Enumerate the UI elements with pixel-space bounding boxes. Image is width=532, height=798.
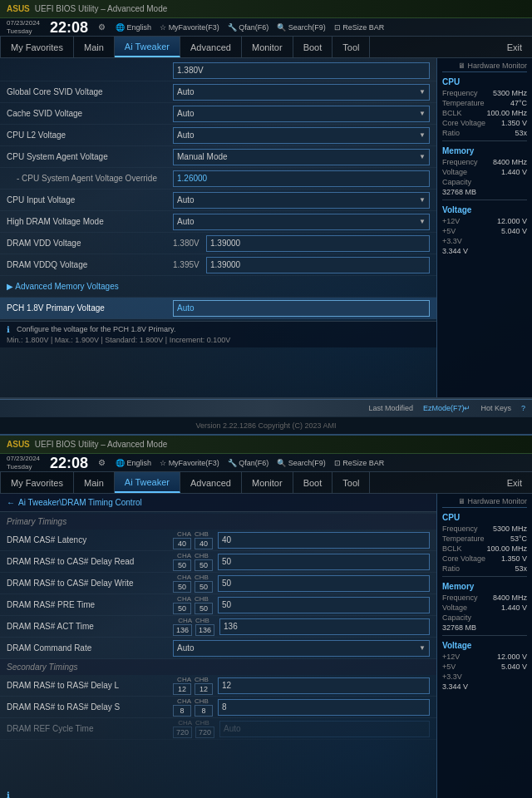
input-ras-ras-l[interactable]: 12 <box>218 677 430 694</box>
row-dram-vdd: DRAM VDD Voltage 1.380V 1.39000 <box>0 233 436 254</box>
info-icon-1: ℹ <box>7 325 10 334</box>
tab-main-2[interactable]: Main <box>74 472 115 493</box>
info-resize-1[interactable]: ⊡ ReSize BAR <box>334 23 385 32</box>
info-search-2[interactable]: 🔍 Search(F9) <box>277 459 326 467</box>
info-icon-2: ℹ <box>7 791 10 798</box>
info-myfav-2[interactable]: ☆ MyFavorite(F3) <box>160 459 219 467</box>
input-ras-cas-read[interactable]: 50 <box>218 554 430 570</box>
settings-area-1: 1.380V Global Core SVID Voltage Auto▼ <box>0 58 436 321</box>
panel-1: ASUS UEFI BIOS Utility – Advanced Mode 0… <box>0 0 532 399</box>
tab-boot-1[interactable]: Boot <box>293 37 333 57</box>
dram-vdd-prefix: 1.380V <box>173 239 203 248</box>
select-cache-svid[interactable]: Auto▼ <box>173 106 430 122</box>
tab-main-1[interactable]: Main <box>74 37 115 57</box>
last-modified-btn[interactable]: Last Modified <box>368 404 413 412</box>
input-ras-cas-write[interactable]: 50 <box>218 575 430 592</box>
row-dram-ref-cycle: DRAM REF Cycle Time CHA CHB 720 720 <box>0 718 436 740</box>
select-global-core-svid[interactable]: Auto▼ <box>173 84 430 101</box>
select-ref-cycle: Auto <box>219 721 430 737</box>
select-dram-cmd-rate[interactable]: Auto▼ <box>173 640 430 657</box>
title-text-2: UEFI BIOS Utility – Advanced Mode <box>35 440 168 449</box>
info-items-1: 🌐 English ☆ MyFavorite(F3) 🔧 Qfan(F6) 🔍 … <box>116 23 384 32</box>
info-bar-1: 07/23/2024 Tuesday 22:08 ⚙ 🌐 English ☆ M… <box>0 18 532 37</box>
row-pch-18v: PCH 1.8V Primary Voltage Auto <box>0 298 436 319</box>
tab-exit-1[interactable]: Exit <box>497 37 532 57</box>
hw-monitor-title-1: 🖥 Hardware Monitor <box>442 62 527 72</box>
select-cpu-l2[interactable]: Auto▼ <box>173 127 430 144</box>
title-bar-2: ASUS UEFI BIOS Utility – Advanced Mode <box>0 436 532 454</box>
tab-boot-2[interactable]: Boot <box>293 472 333 493</box>
desc-text-1: Configure the voltage for the PCH 1.8V P… <box>17 325 175 333</box>
row-cpu-system-agent: CPU System Agent Voltage Manual Mode▼ <box>0 146 436 168</box>
input-dram-cas[interactable]: 40 <box>218 532 430 549</box>
cha-chb-ras-act: CHA CHB 136 136 <box>173 617 214 636</box>
date-day-2: 07/23/2024 Tuesday <box>7 455 40 470</box>
hw-cpu-section-1: CPU <box>442 77 527 86</box>
input-ras-ras-s[interactable]: 8 <box>218 699 430 716</box>
settings-area-2: Primary Timings DRAM CAS# Latency CHA CH… <box>0 512 436 741</box>
section-secondary-timings: Secondary Timings <box>0 659 436 675</box>
tab-monitor-1[interactable]: Monitor <box>242 37 293 57</box>
tab-tool-2[interactable]: Tool <box>332 472 370 493</box>
title-text-1: UEFI BIOS Utility – Advanced Mode <box>35 4 168 13</box>
cha-chb-ras-ras-l: CHA CHB 12 12 <box>173 676 213 695</box>
row-global-core-svid: Global Core SVID Voltage Auto▼ <box>0 81 436 103</box>
input-ras-pre[interactable]: 50 <box>218 597 430 613</box>
asus-logo-2: ASUS <box>7 440 30 449</box>
row-cpu-l2: CPU L2 Voltage Auto▼ <box>0 125 436 146</box>
info-myfav-1[interactable]: ☆ MyFavorite(F3) <box>160 23 219 32</box>
tab-advanced-2[interactable]: Advanced <box>180 472 242 493</box>
info-bar-2: 07/23/2024 Tuesday 22:08 ⚙ 🌐 English ☆ M… <box>0 454 532 472</box>
tab-my-favorites-1[interactable]: My Favorites <box>0 37 74 57</box>
cha-chb-cas: CHA CHB 40 40 <box>173 530 213 549</box>
title-bar-1: ASUS UEFI BIOS Utility – Advanced Mode <box>0 0 532 18</box>
row-first-cutoff: 1.380V <box>0 60 436 81</box>
info-search-1[interactable]: 🔍 Search(F9) <box>277 23 326 32</box>
tab-monitor-2[interactable]: Monitor <box>242 472 293 493</box>
info-qfan-1[interactable]: 🔧 Qfan(F6) <box>228 23 269 32</box>
row-adv-memory-voltages[interactable]: ▶ Advanced Memory Voltages <box>0 276 436 298</box>
cha-chb-ras-pre: CHA CHB 50 50 <box>173 595 213 614</box>
tab-tool-1[interactable]: Tool <box>332 37 370 57</box>
cha-chb-ref-cycle: CHA CHB 720 720 <box>173 719 214 738</box>
row-dram-cas-latency: DRAM CAS# Latency CHA CHB 40 40 40 <box>0 530 436 551</box>
tab-advanced-1[interactable]: Advanced <box>180 37 242 57</box>
select-high-dram-voltage-mode[interactable]: Auto▼ <box>173 214 430 230</box>
input-dram-vddq[interactable]: 1.39000 <box>206 257 430 273</box>
back-arrow-icon[interactable]: ← <box>7 498 15 507</box>
panel-2: ASUS UEFI BIOS Utility – Advanced Mode 0… <box>0 434 532 798</box>
info-english-2[interactable]: 🌐 English <box>116 459 151 467</box>
select-cpu-input[interactable]: Auto▼ <box>173 192 430 209</box>
range-text-1: Min.: 1.800V | Max.: 1.900V | Standard: … <box>7 336 430 344</box>
hw-voltage-section-2: Voltage <box>442 641 527 650</box>
row-cache-svid: Cache SVID Voltage Auto▼ <box>0 103 436 125</box>
info-english-1[interactable]: 🌐 English <box>116 23 151 32</box>
clock-1: 22:08 <box>50 20 88 35</box>
tab-my-favorites-2[interactable]: My Favorites <box>0 472 74 493</box>
tab-ai-tweaker-1[interactable]: Ai Tweaker <box>115 37 180 57</box>
date-day-1: 07/23/2024 Tuesday <box>7 19 40 35</box>
tab-exit-2[interactable]: Exit <box>497 472 532 493</box>
input-first[interactable]: 1.380V <box>173 62 430 79</box>
input-cpu-system-agent-override[interactable]: 1.26000 <box>173 170 430 187</box>
cha-chb-ras-ras-s: CHA CHB 8 8 <box>173 697 213 717</box>
info-qfan-2[interactable]: 🔧 Qfan(F6) <box>228 459 269 467</box>
row-dram-cmd-rate: DRAM Command Rate Auto▼ <box>0 638 436 659</box>
hw-voltage-section-1: Voltage <box>442 205 527 214</box>
tab-ai-tweaker-2[interactable]: Ai Tweaker <box>115 472 180 493</box>
nav-tabs-2: My Favorites Main Ai Tweaker Advanced Mo… <box>0 472 532 494</box>
hot-keys-btn[interactable]: Hot Keys <box>480 404 511 412</box>
select-cpu-system-agent[interactable]: Manual Mode▼ <box>173 149 430 165</box>
version-bar-separator: Version 2.22.1286 Copyright (C) 2023 AMI <box>0 417 532 434</box>
main-content-1: 1.380V Global Core SVID Voltage Auto▼ <box>0 58 532 399</box>
asus-logo-1: ASUS <box>7 4 30 13</box>
input-ras-act[interactable]: 136 <box>219 618 430 635</box>
info-resize-2[interactable]: ⊡ ReSize BAR <box>334 459 385 467</box>
breadcrumb-2: ← Ai Tweaker\DRAM Timing Control <box>0 494 436 512</box>
ez-mode-btn[interactable]: EzMode(F7)↵ <box>423 404 471 412</box>
input-dram-vdd[interactable]: 1.39000 <box>206 235 430 252</box>
row-dram-ras-ras-l: DRAM RAS# to RAS# Delay L CHA CHB 12 12 … <box>0 675 436 697</box>
info-items-2: 🌐 English ☆ MyFavorite(F3) 🔧 Qfan(F6) 🔍 … <box>116 459 384 467</box>
hw-memory-section-2: Memory <box>442 582 527 591</box>
select-pch-18v[interactable]: Auto <box>173 300 430 317</box>
